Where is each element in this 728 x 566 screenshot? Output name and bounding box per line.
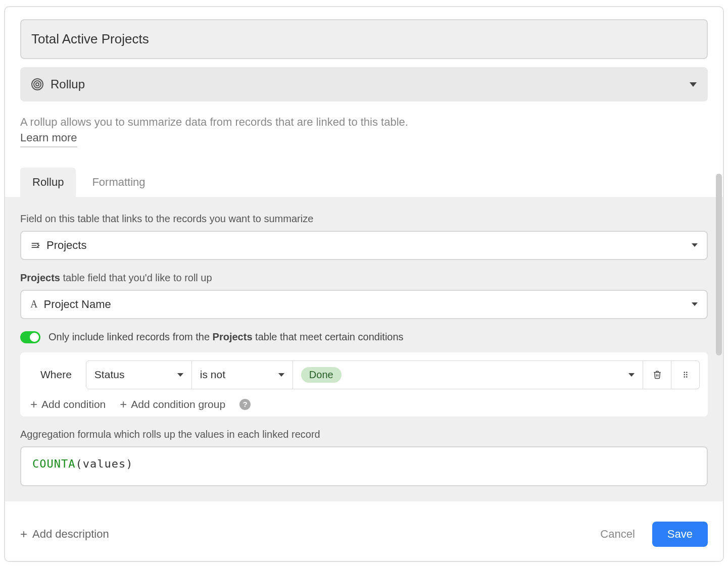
condition-delete-button[interactable] (643, 361, 671, 389)
filter-toggle-label: Only include linked records from the Pro… (48, 331, 404, 343)
add-condition-group-button[interactable]: + Add condition group (120, 398, 225, 410)
link-field-select[interactable]: Projects (20, 231, 708, 260)
add-description-button[interactable]: + Add description (20, 528, 109, 541)
condition-operator-select[interactable]: is not (192, 361, 293, 389)
learn-more-link[interactable]: Learn more (20, 131, 77, 147)
cancel-button[interactable]: Cancel (589, 522, 646, 547)
field-type-description: A rollup allows you to summarize data fr… (20, 115, 708, 130)
caret-down-icon (692, 302, 698, 306)
caret-down-icon (628, 373, 635, 377)
modal-footer: + Add description Cancel Save (5, 510, 723, 561)
link-field-value: Projects (46, 239, 686, 252)
plus-icon: + (120, 398, 127, 410)
tab-rollup[interactable]: Rollup (20, 168, 76, 197)
text-field-icon: A (30, 298, 37, 310)
condition-actions: + Add condition + Add condition group ? (28, 398, 700, 410)
field-type-select[interactable]: Rollup (20, 67, 708, 101)
link-field-icon (30, 240, 40, 250)
trash-icon (653, 370, 662, 379)
rollup-field-select[interactable]: A Project Name (20, 290, 708, 319)
drag-handle-icon (681, 370, 690, 379)
svg-point-1 (34, 81, 41, 88)
caret-down-icon (278, 373, 284, 377)
condition-box: Where Status is not Done (20, 352, 708, 417)
caret-down-icon (177, 373, 183, 377)
help-icon[interactable]: ? (239, 399, 251, 410)
scrollbar-thumb[interactable] (716, 174, 722, 355)
svg-point-10 (684, 376, 685, 378)
condition-where-label: Where (28, 361, 86, 389)
link-field-label: Field on this table that links to the re… (20, 213, 708, 225)
plus-icon: + (20, 528, 27, 540)
config-tabs: Rollup Formatting (20, 168, 708, 197)
field-name-input[interactable] (20, 19, 708, 59)
field-config-modal: Rollup A rollup allows you to summarize … (4, 6, 724, 562)
save-button[interactable]: Save (652, 522, 708, 547)
svg-point-0 (36, 83, 39, 86)
condition-value-select[interactable]: Done (293, 361, 643, 389)
plus-icon: + (30, 398, 37, 410)
tab-formatting[interactable]: Formatting (80, 168, 157, 197)
modal-body: Rollup A rollup allows you to summarize … (5, 7, 723, 510)
condition-field-select[interactable]: Status (86, 361, 192, 389)
rollup-field-label: Projects table field that you'd like to … (20, 272, 708, 284)
aggregation-label: Aggregation formula which rolls up the v… (20, 429, 708, 440)
svg-point-9 (686, 374, 687, 376)
svg-point-6 (684, 372, 685, 373)
add-condition-button[interactable]: + Add condition (30, 398, 106, 410)
svg-point-8 (684, 374, 685, 376)
caret-down-icon (690, 82, 697, 87)
field-type-label: Rollup (51, 77, 683, 91)
rollup-icon (31, 78, 43, 90)
condition-row: Where Status is not Done (28, 361, 700, 389)
condition-value-pill: Done (301, 367, 342, 383)
aggregation-formula-input[interactable]: COUNTA(values) (20, 446, 708, 486)
rollup-config-area: Field on this table that links to the re… (5, 197, 723, 501)
condition-drag-handle[interactable] (671, 361, 700, 389)
rollup-field-value: Project Name (43, 298, 686, 311)
svg-point-11 (686, 376, 687, 378)
svg-point-7 (686, 372, 687, 373)
filter-toggle-row: Only include linked records from the Pro… (20, 331, 708, 343)
caret-down-icon (692, 243, 698, 247)
filter-toggle[interactable] (20, 331, 40, 343)
